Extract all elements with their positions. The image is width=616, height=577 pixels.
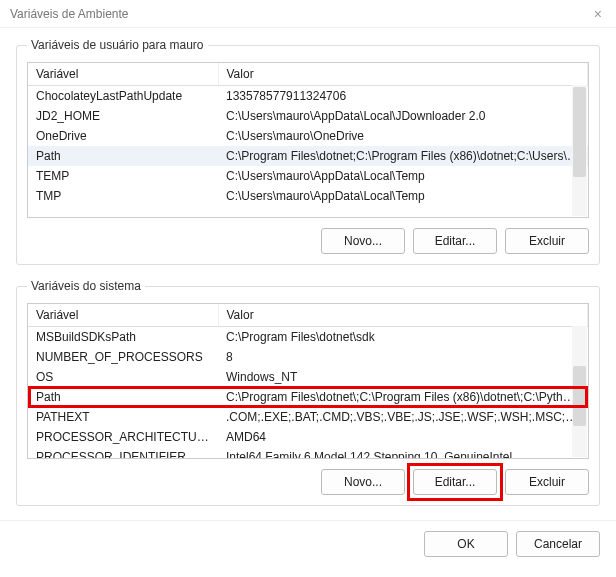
cell-value: .COM;.EXE;.BAT;.CMD;.VBS;.VBE;.JS;.JSE;.…	[218, 407, 588, 427]
user-variables-group: Variáveis de usuário para mauro Variável…	[16, 38, 600, 265]
cell-value: Intel64 Family 6 Model 142 Stepping 10, …	[218, 447, 588, 459]
table-row[interactable]: MSBuildSDKsPathC:\Program Files\dotnet\s…	[28, 327, 588, 348]
table-row[interactable]: OSWindows_NT	[28, 367, 588, 387]
cell-value: Windows_NT	[218, 367, 588, 387]
cell-variable: TMP	[28, 186, 218, 206]
cell-value: C:\Users\mauro\AppData\Local\Temp	[218, 186, 588, 206]
user-new-button[interactable]: Novo...	[321, 228, 405, 254]
table-row[interactable]: NUMBER_OF_PROCESSORS8	[28, 347, 588, 367]
cell-value: C:\Program Files\dotnet\sdk	[218, 327, 588, 348]
cell-value: C:\Users\mauro\AppData\Local\JDownloader…	[218, 106, 588, 126]
cell-value: C:\Users\mauro\OneDrive	[218, 126, 588, 146]
user-variables-legend: Variáveis de usuário para mauro	[27, 38, 208, 52]
table-row[interactable]: OneDriveC:\Users\mauro\OneDrive	[28, 126, 588, 146]
ok-button[interactable]: OK	[424, 531, 508, 557]
cell-value: 8	[218, 347, 588, 367]
cell-value: C:\Program Files\dotnet\;C:\Program File…	[218, 387, 588, 407]
system-edit-button[interactable]: Editar...	[413, 469, 497, 495]
table-row[interactable]: PROCESSOR_IDENTIFIERIntel64 Family 6 Mod…	[28, 447, 588, 459]
cell-value: C:\Users\mauro\AppData\Local\Temp	[218, 166, 588, 186]
cell-variable: Path	[28, 387, 218, 407]
table-row[interactable]: PROCESSOR_ARCHITECTUREAMD64	[28, 427, 588, 447]
system-variables-group: Variáveis do sistema Variável Valor MSBu…	[16, 279, 600, 506]
cell-variable: NUMBER_OF_PROCESSORS	[28, 347, 218, 367]
cell-variable: Path	[28, 146, 218, 166]
cell-variable: TEMP	[28, 166, 218, 186]
scroll-thumb[interactable]	[573, 366, 586, 426]
system-delete-button[interactable]: Excluir	[505, 469, 589, 495]
system-new-button[interactable]: Novo...	[321, 469, 405, 495]
cell-value: 133578577911324706	[218, 86, 588, 107]
table-row[interactable]: ChocolateyLastPathUpdate1335785779113247…	[28, 86, 588, 107]
table-row[interactable]: PATHEXT.COM;.EXE;.BAT;.CMD;.VBS;.VBE;.JS…	[28, 407, 588, 427]
user-delete-button[interactable]: Excluir	[505, 228, 589, 254]
cell-value: C:\Program Files\dotnet;C:\Program Files…	[218, 146, 588, 166]
cell-variable: MSBuildSDKsPath	[28, 327, 218, 348]
table-row[interactable]: JD2_HOMEC:\Users\mauro\AppData\Local\JDo…	[28, 106, 588, 126]
dialog-footer: OK Cancelar	[0, 520, 616, 573]
window-title: Variáveis de Ambiente	[10, 0, 129, 28]
user-col-value[interactable]: Valor	[218, 63, 588, 86]
title-bar: Variáveis de Ambiente ×	[0, 0, 616, 28]
cell-variable: PROCESSOR_ARCHITECTURE	[28, 427, 218, 447]
cell-variable: JD2_HOME	[28, 106, 218, 126]
table-row[interactable]: TEMPC:\Users\mauro\AppData\Local\Temp	[28, 166, 588, 186]
cell-variable: ChocolateyLastPathUpdate	[28, 86, 218, 107]
cell-variable: PROCESSOR_IDENTIFIER	[28, 447, 218, 459]
cell-variable: OS	[28, 367, 218, 387]
user-edit-button[interactable]: Editar...	[413, 228, 497, 254]
table-row[interactable]: TMPC:\Users\mauro\AppData\Local\Temp	[28, 186, 588, 206]
table-row[interactable]: PathC:\Program Files\dotnet;C:\Program F…	[28, 146, 588, 166]
user-col-variable[interactable]: Variável	[28, 63, 218, 86]
system-col-value[interactable]: Valor	[218, 304, 588, 327]
cell-value: AMD64	[218, 427, 588, 447]
scrollbar[interactable]	[572, 326, 587, 457]
system-variables-legend: Variáveis do sistema	[27, 279, 145, 293]
cell-variable: PATHEXT	[28, 407, 218, 427]
close-icon[interactable]: ×	[590, 0, 606, 28]
table-row[interactable]: PathC:\Program Files\dotnet\;C:\Program …	[28, 387, 588, 407]
system-col-variable[interactable]: Variável	[28, 304, 218, 327]
user-variables-table[interactable]: Variável Valor ChocolateyLastPathUpdate1…	[28, 63, 588, 206]
cell-variable: OneDrive	[28, 126, 218, 146]
cancel-button[interactable]: Cancelar	[516, 531, 600, 557]
scrollbar[interactable]	[572, 85, 587, 216]
system-variables-table-wrap: Variável Valor MSBuildSDKsPathC:\Program…	[27, 303, 589, 459]
system-variables-table[interactable]: Variável Valor MSBuildSDKsPathC:\Program…	[28, 304, 588, 459]
scroll-thumb[interactable]	[573, 87, 586, 177]
user-variables-table-wrap: Variável Valor ChocolateyLastPathUpdate1…	[27, 62, 589, 218]
